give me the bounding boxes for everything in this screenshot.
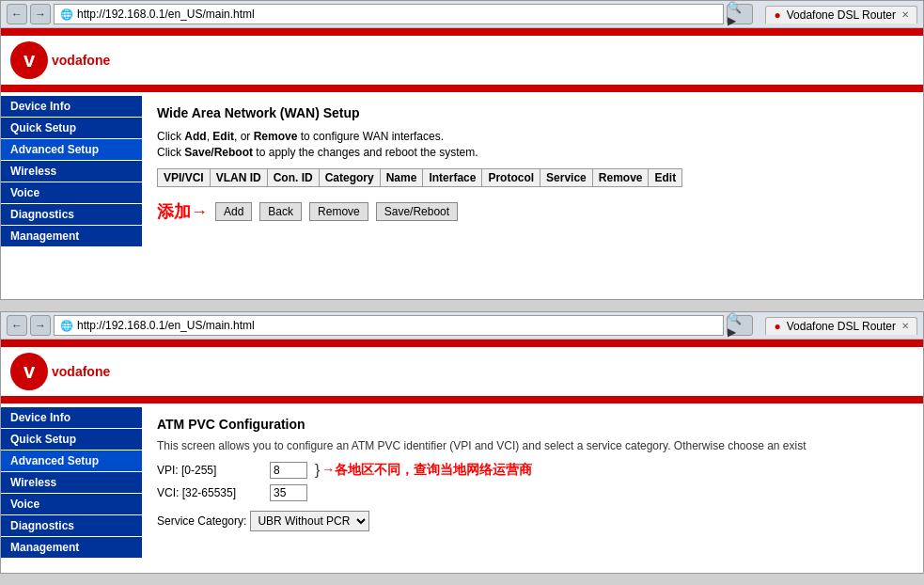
back-button[interactable]: Back [259,202,302,221]
second-vodafone-logo-text: vodafone [52,364,110,379]
vpi-vci-annotation: } →各地区不同，查询当地网络运营商 [315,462,532,479]
main-layout: Device Info Quick Setup Advanced Setup W… [1,92,923,299]
vci-row: VCI: [32-65535] [157,484,908,501]
vci-label: VCI: [32-65535] [157,486,270,499]
sidebar-item-wireless[interactable]: Wireless [1,161,142,182]
vci-input[interactable] [270,484,307,501]
second-tab-label: Vodafone DSL Router [787,320,896,333]
back-btn[interactable]: ← [7,4,27,24]
wan-table: VPI/VCI VLAN ID Con. ID Category Name In… [157,168,682,187]
second-browser-window: ← → 🌐 http://192.168.0.1/en_US/main.html… [0,311,924,574]
address-bar[interactable]: 🌐 http://192.168.0.1/en_US/main.html [54,4,724,24]
browser-tab[interactable]: ● Vodafone DSL Router ✕ [765,6,917,24]
forward-btn[interactable]: → [30,4,51,24]
remove-button[interactable]: Remove [309,202,368,221]
bracket-icon: } [315,462,320,479]
second-forward-btn[interactable]: → [30,315,51,336]
search-go[interactable]: 🔍 ▶ [727,4,753,24]
second-vodafone-logo-icon: v [10,353,48,390]
col-name: Name [380,169,423,187]
action-row: 添加→ Add Back Remove Save/Reboot [157,200,908,223]
lock-icon: 🌐 [60,8,73,21]
col-protocol: Protocol [482,169,540,187]
second-back-btn[interactable]: ← [7,315,27,336]
second-main-layout: Device Info Quick Setup Advanced Setup W… [1,403,923,573]
second-brand-red-bar [1,340,923,347]
sidebar-item-management[interactable]: Management [1,226,142,246]
page-title: Wide Area Network (WAN) Setup [157,105,908,120]
vodafone-logo-icon: v [10,41,48,79]
second-search-go[interactable]: 🔍 ▶ [727,315,753,336]
vpi-row: VPI: [0-255] } →各地区不同，查询当地网络运营商 [157,462,908,479]
second-logo-area: v vodafone [1,347,923,396]
col-conid: Con. ID [267,169,319,187]
col-interface: Interface [423,169,482,187]
col-edit: Edit [649,169,682,187]
tab-label: Vodafone DSL Router [787,8,896,22]
vpi-input[interactable] [270,462,307,479]
col-vlanid: VLAN ID [210,169,267,187]
logo-area: v vodafone [1,36,923,85]
service-row: Service Category: UBR Without PCR [157,511,908,531]
col-remove: Remove [592,169,649,187]
atm-content: ATM PVC Configuration This screen allows… [142,403,923,573]
sidebar-item-quick-setup[interactable]: Quick Setup [1,118,142,138]
col-service: Service [540,169,593,187]
sidebar-item-advanced-setup[interactable]: Advanced Setup [1,139,142,160]
second-sidebar-advanced-setup[interactable]: Advanced Setup [1,451,142,471]
main-content: Wide Area Network (WAN) Setup Click Add,… [142,92,923,299]
sidebar: Device Info Quick Setup Advanced Setup W… [1,92,142,299]
desc-line2: Click Save/Reboot to apply the changes a… [157,146,908,159]
col-category: Category [319,169,380,187]
second-address-bar[interactable]: 🌐 http://192.168.0.1/en_US/main.html [54,315,724,336]
second-tab-favicon: ● [774,320,780,333]
second-brand-red-bar-2 [1,396,923,403]
annotation-text: 添加→ [157,200,208,223]
window-gap [0,300,924,306]
add-button[interactable]: Add [215,202,252,221]
second-tab-close[interactable]: ✕ [901,321,909,331]
service-label: Service Category: [157,514,246,528]
atm-title: ATM PVC Configuration [157,417,908,432]
second-sidebar-device-info[interactable]: Device Info [1,407,142,428]
save-reboot-button[interactable]: Save/Reboot [376,202,458,221]
second-sidebar-management[interactable]: Management [1,537,142,558]
second-address-bar-row: ← → 🌐 http://192.168.0.1/en_US/main.html… [1,312,923,340]
desc-line1: Click Add, Edit, or Remove to configure … [157,130,908,143]
vpi-label: VPI: [0-255] [157,464,270,477]
second-url-text: http://192.168.0.1/en_US/main.html [77,319,255,332]
second-lock-icon: 🌐 [60,320,73,332]
second-sidebar-voice[interactable]: Voice [1,494,142,514]
sidebar-item-voice[interactable]: Voice [1,182,142,203]
tab-favicon: ● [774,8,780,22]
vodafone-logo-text: vodafone [52,53,110,68]
second-browser-tab[interactable]: ● Vodafone DSL Router ✕ [765,317,917,335]
service-category-select[interactable]: UBR Without PCR [250,511,369,531]
sidebar-item-diagnostics[interactable]: Diagnostics [1,204,142,225]
second-sidebar-quick-setup[interactable]: Quick Setup [1,429,142,450]
brand-red-bar [1,28,923,36]
col-vpivci: VPI/VCI [158,169,211,187]
second-sidebar-wireless[interactable]: Wireless [1,472,142,493]
annotation-vpi-vci-text: →各地区不同，查询当地网络运营商 [321,462,532,479]
atm-desc: This screen allows you to configure an A… [157,439,908,452]
sidebar-item-device-info[interactable]: Device Info [1,96,142,117]
second-sidebar-diagnostics[interactable]: Diagnostics [1,515,142,536]
url-text: http://192.168.0.1/en_US/main.html [77,8,255,21]
tab-close[interactable]: ✕ [901,9,909,20]
second-sidebar: Device Info Quick Setup Advanced Setup W… [1,403,142,573]
brand-red-bar-2 [1,85,923,92]
